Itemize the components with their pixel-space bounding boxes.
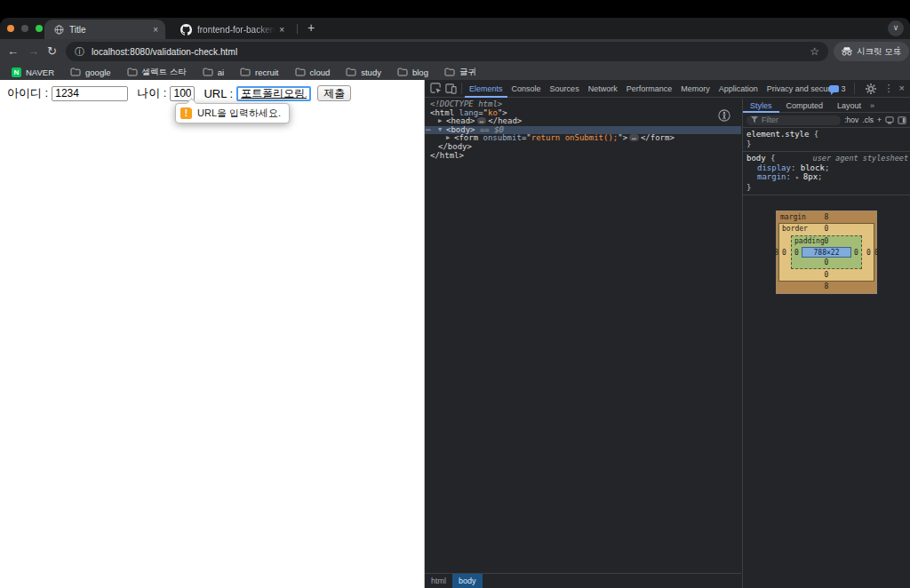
devtools-tab-privacy-and-security[interactable]: Privacy and security bbox=[762, 80, 829, 98]
url-input[interactable] bbox=[236, 86, 311, 101]
bookmark-item[interactable]: recruit bbox=[234, 66, 284, 79]
toggle-class[interactable]: .cls bbox=[862, 115, 874, 124]
forward-icon[interactable]: → bbox=[28, 44, 39, 59]
devtools-tab-performance[interactable]: Performance bbox=[622, 80, 677, 98]
padding-right: 0 bbox=[851, 249, 861, 257]
css-property-line[interactable]: margin: ▸ 8px; bbox=[746, 172, 906, 183]
computed-panel-toggle-icon[interactable] bbox=[898, 116, 906, 124]
close-tab-icon[interactable]: × bbox=[153, 25, 158, 35]
devtools-tab-elements[interactable]: Elements bbox=[465, 80, 507, 98]
bookmark-item[interactable]: 글귀 bbox=[438, 66, 483, 79]
box-model-content[interactable]: 788×22 bbox=[802, 247, 851, 258]
dom-token: onsubmit bbox=[483, 133, 522, 142]
new-tab-button[interactable]: + bbox=[303, 20, 319, 36]
sidebar-tab-computed[interactable]: Computed bbox=[779, 99, 831, 113]
browser-tab-active[interactable]: Title × bbox=[44, 20, 165, 39]
site-info-icon[interactable]: ⓘ bbox=[75, 45, 84, 59]
border-right: 0 bbox=[864, 249, 874, 257]
padding-bottom: 0 bbox=[825, 258, 829, 266]
expand-arrow-icon[interactable]: ▶ bbox=[438, 117, 446, 126]
validation-tooltip: ! URL을 입력하세요. bbox=[175, 103, 290, 123]
toolbar-separator bbox=[854, 83, 855, 94]
dom-token: "> bbox=[498, 108, 507, 117]
inspect-element-icon[interactable] bbox=[428, 81, 443, 97]
settings-gear-icon[interactable] bbox=[863, 81, 879, 97]
bookmark-label: google bbox=[85, 68, 111, 77]
box-model-border[interactable]: border 0 0 padding 0 bbox=[778, 223, 874, 282]
devtools-tab-network[interactable]: Network bbox=[584, 80, 622, 98]
padding-top: 0 bbox=[825, 237, 829, 245]
bookmark-star-icon[interactable]: ☆ bbox=[810, 45, 819, 58]
dom-token: … bbox=[477, 117, 487, 124]
dom-token: == $0 bbox=[475, 125, 505, 134]
issues-counter[interactable]: 3 bbox=[829, 84, 846, 93]
property-value: block bbox=[801, 163, 825, 172]
folder-icon bbox=[70, 68, 81, 76]
rule-selector[interactable]: element.style bbox=[746, 130, 809, 139]
margin-right: 8 bbox=[874, 249, 879, 257]
new-style-rule-button[interactable]: + bbox=[877, 115, 882, 124]
dom-tree-line[interactable]: </html> bbox=[425, 152, 741, 161]
window-controls bbox=[7, 25, 43, 32]
dom-tree-line[interactable]: ▶<form onsubmit="return onSubmit();">…</… bbox=[425, 134, 741, 143]
minimize-window-button[interactable] bbox=[21, 25, 28, 32]
submit-button[interactable]: 제출 bbox=[317, 85, 351, 101]
toggle-hover-state[interactable]: :hov bbox=[844, 115, 858, 124]
close-window-button[interactable] bbox=[7, 25, 14, 32]
devtools-menu-icon[interactable]: ⋮ bbox=[884, 83, 894, 93]
tab-search-button[interactable]: ∨ bbox=[888, 20, 904, 36]
collapse-arrow-icon[interactable]: ▼ bbox=[438, 126, 446, 135]
back-icon[interactable]: ← bbox=[7, 44, 19, 59]
tab-title: frontend-for-backend-basic/ bbox=[197, 25, 275, 35]
css-property-line[interactable]: display: block; bbox=[746, 163, 906, 173]
devtools-topbar-right: 3 ⋮ × bbox=[829, 81, 906, 97]
devtools-close-icon[interactable]: × bbox=[899, 83, 905, 93]
dom-token: =" bbox=[478, 108, 488, 117]
id-input[interactable] bbox=[52, 86, 128, 101]
bookmark-item[interactable]: ai bbox=[196, 66, 230, 79]
device-toolbar-icon[interactable] bbox=[443, 81, 459, 97]
css-rule[interactable]: element.style {} bbox=[743, 128, 910, 152]
dom-token: ko bbox=[488, 108, 498, 117]
brace: { bbox=[809, 130, 818, 139]
styles-filter-row: Filter :hov .cls + bbox=[743, 113, 910, 128]
bookmark-item[interactable]: study bbox=[339, 66, 387, 79]
bookmark-item[interactable]: 셀렉트 스타 bbox=[121, 66, 193, 79]
devtools-tab-console[interactable]: Console bbox=[507, 80, 546, 98]
zoom-window-button[interactable] bbox=[36, 25, 43, 32]
bookmark-item[interactable]: google bbox=[64, 66, 117, 79]
more-sidebar-tabs-icon[interactable]: » bbox=[870, 101, 874, 110]
styles-filter-input[interactable]: Filter bbox=[746, 115, 841, 125]
devtools-tab-memory[interactable]: Memory bbox=[676, 80, 714, 98]
devtools-tab-sources[interactable]: Sources bbox=[546, 80, 584, 98]
bookmark-label: ai bbox=[218, 68, 224, 77]
rule-selector[interactable]: body bbox=[746, 154, 766, 163]
browser-tab-github[interactable]: frontend-for-backend-basic/ × bbox=[171, 20, 291, 39]
folder-icon bbox=[240, 68, 251, 76]
sidebar-tab-layout[interactable]: Layout bbox=[830, 99, 868, 113]
box-model-diagram: margin 8 8 border 0 0 bbox=[743, 211, 910, 294]
box-model-padding[interactable]: padding 0 0 788×22 0 0 bbox=[791, 235, 862, 269]
margin-top: 8 bbox=[825, 213, 829, 221]
box-model-margin[interactable]: margin 8 8 border 0 0 bbox=[776, 211, 877, 294]
bookmark-item[interactable]: blog bbox=[391, 66, 435, 79]
devtools-tab-application[interactable]: Application bbox=[714, 80, 762, 98]
reload-icon[interactable]: ↻ bbox=[47, 44, 57, 59]
breadcrumb-html[interactable]: html bbox=[425, 574, 452, 588]
browser-menu-icon[interactable]: ⋮ bbox=[893, 44, 904, 57]
css-rule[interactable]: user agent stylesheetbody {display: bloc… bbox=[743, 152, 910, 195]
bookmark-item[interactable]: NNAVER bbox=[5, 66, 60, 79]
margin-bottom: 8 bbox=[825, 282, 829, 290]
more-actions-icon[interactable]: ⋯ bbox=[426, 126, 430, 135]
border-bottom: 0 bbox=[825, 271, 829, 279]
browser-toolbar: ← → ↻ ⓘ localhost:8080/validation-check.… bbox=[0, 39, 910, 64]
dom-tree-line[interactable]: </body> bbox=[425, 143, 741, 152]
id-label: 아이디 : bbox=[7, 85, 48, 101]
address-bar[interactable]: ⓘ localhost:8080/validation-check.html ☆ bbox=[66, 42, 828, 61]
sidebar-tab-styles[interactable]: Styles bbox=[743, 99, 779, 113]
close-tab-icon[interactable]: × bbox=[279, 25, 284, 35]
breadcrumb-body[interactable]: body bbox=[452, 574, 483, 588]
bookmark-item[interactable]: cloud bbox=[289, 66, 337, 79]
expand-shorthand-icon[interactable]: ▸ bbox=[795, 174, 802, 181]
rendering-emulation-icon[interactable] bbox=[885, 116, 894, 124]
